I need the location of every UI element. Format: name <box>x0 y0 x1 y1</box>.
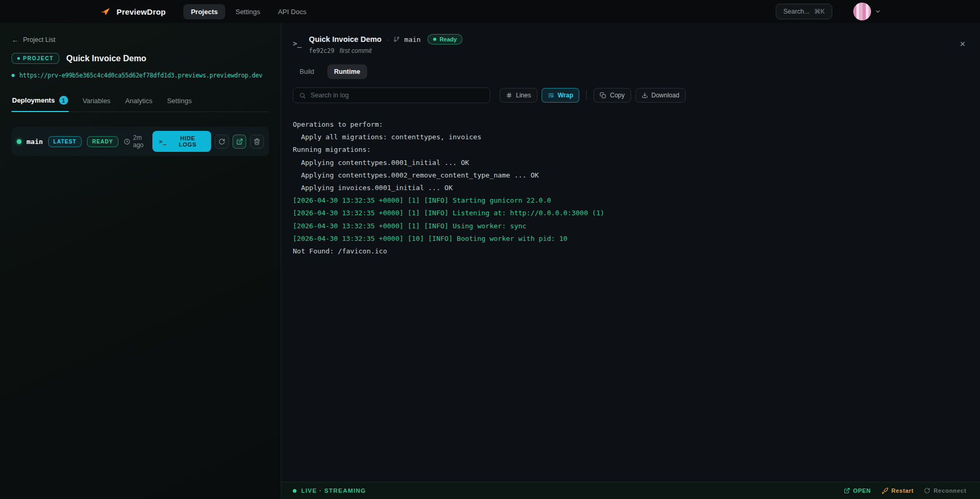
preview-url-row[interactable]: https://prv-e99b5e365c4c4d0ca55d62ef78df… <box>12 72 269 79</box>
logs-panel: >_ Quick Invoice Demo · main Ready <box>281 23 980 499</box>
log-line: Not Found: /favicon.ico <box>293 245 968 258</box>
copy-logs-button[interactable]: Copy <box>593 88 631 103</box>
nav-item-settings[interactable]: Settings <box>228 4 268 19</box>
live-dot <box>293 489 296 493</box>
log-search-box <box>293 87 490 103</box>
live-label: LIVE · STREAMING <box>301 487 366 494</box>
delete-deployment-button[interactable] <box>250 135 264 149</box>
preview-url-link[interactable]: https://prv-e99b5e365c4c4d0ca55d62ef78df… <box>19 72 262 79</box>
brand-name: PreviewDrop <box>117 7 166 16</box>
search-icon <box>299 92 306 99</box>
restart-button[interactable]: Restart <box>882 487 914 494</box>
sidebar-tabs: Deployments 1 Variables Analytics Settin… <box>12 92 269 112</box>
main-nav: Projects Settings API Docs <box>183 4 316 19</box>
project-title: Quick Invoice Demo <box>66 54 146 63</box>
global-search-label: Search... <box>783 8 809 15</box>
log-line: Applying contenttypes.0001_initial ... O… <box>293 157 968 169</box>
redeploy-button[interactable] <box>215 135 229 149</box>
copy-icon <box>600 92 606 98</box>
search-shortcut-hint: ⌘K <box>814 8 824 15</box>
close-icon: × <box>960 39 965 49</box>
nav-item-projects[interactable]: Projects <box>183 4 225 19</box>
close-panel-button[interactable]: × <box>960 39 965 49</box>
commit-row: fe92c29 first commit <box>309 47 463 54</box>
latest-badge: LATEST <box>48 136 82 147</box>
tab-runtime[interactable]: Runtime <box>327 64 367 79</box>
project-header: PROJECT Quick Invoice Demo <box>12 53 269 64</box>
status-label: Ready <box>439 36 457 42</box>
panel-title-row: Quick Invoice Demo · main Ready <box>309 34 463 45</box>
trash-icon <box>254 138 260 145</box>
tab-settings[interactable]: Settings <box>167 92 192 112</box>
tab-variables[interactable]: Variables <box>82 92 111 112</box>
app-root: PreviewDrop Projects Settings API Docs S… <box>0 0 980 499</box>
deployment-time: 2m ago <box>124 134 152 149</box>
top-nav-inner: PreviewDrop Projects Settings API Docs S… <box>100 3 881 20</box>
logs-panel-header: >_ Quick Invoice Demo · main Ready <box>281 23 980 61</box>
hide-logs-button[interactable]: >_ HIDE LOGS <box>152 131 212 152</box>
refresh-icon <box>924 487 930 494</box>
lines-label: Lines <box>516 92 531 99</box>
log-line: Applying contenttypes.0002_remove_conten… <box>293 169 968 182</box>
project-badge-dot <box>17 57 20 60</box>
toggle-lines-button[interactable]: Lines <box>500 88 537 103</box>
toggle-wrap-button[interactable]: Wrap <box>542 88 580 103</box>
live-indicator: LIVE · STREAMING <box>293 487 366 494</box>
tab-deployments[interactable]: Deployments 1 <box>12 92 69 112</box>
tab-deployments-label: Deployments <box>12 96 55 104</box>
deployment-branch: main <box>27 138 43 146</box>
rocket-icon <box>882 487 888 494</box>
reconnect-button[interactable]: Reconnect <box>924 487 966 494</box>
panel-branch: main <box>404 36 421 43</box>
deployment-actions: >_ HIDE LOGS <box>152 131 264 152</box>
panel-status-badge: Ready <box>427 34 463 45</box>
log-line: Running migrations: <box>293 143 968 156</box>
open-preview-button[interactable] <box>233 135 247 149</box>
log-toolbar: Lines Wrap Copy <box>281 84 980 110</box>
project-badge-label: PROJECT <box>23 56 53 61</box>
open-deployment-button[interactable]: OPEN <box>844 487 871 494</box>
top-nav: PreviewDrop Projects Settings API Docs S… <box>0 0 980 23</box>
hash-icon <box>506 92 512 98</box>
commit-hash: fe92c29 <box>309 47 334 54</box>
back-to-project-list[interactable]: ← Project List <box>12 36 269 44</box>
back-label: Project List <box>23 36 56 43</box>
terminal-icon: >_ <box>293 39 302 48</box>
log-status-bar: LIVE · STREAMING OPEN Restart <box>281 482 980 499</box>
project-type-badge: PROJECT <box>12 53 59 64</box>
external-link-icon <box>844 487 850 494</box>
hide-logs-label: HIDE LOGS <box>171 135 204 148</box>
ready-badge: READY <box>87 136 118 147</box>
global-search-button[interactable]: Search... ⌘K <box>776 4 832 19</box>
log-search-input[interactable] <box>311 92 484 99</box>
tab-build[interactable]: Build <box>293 64 321 79</box>
copy-label: Copy <box>610 92 624 99</box>
log-lines[interactable]: Operations to perform: Apply all migrati… <box>281 110 980 482</box>
log-line: [2026-04-30 13:32:35 +0000] [1] [INFO] L… <box>293 207 968 219</box>
top-nav-right: Search... ⌘K <box>776 3 880 20</box>
url-status-dot <box>12 74 15 77</box>
deployment-status-dot <box>17 139 21 144</box>
project-sidebar: ← Project List PROJECT Quick Invoice Dem… <box>0 23 281 499</box>
toolbar-divider <box>586 91 587 100</box>
wrap-label: Wrap <box>558 92 574 99</box>
nav-item-api-docs[interactable]: API Docs <box>271 4 314 19</box>
log-line: [2026-04-30 13:32:35 +0000] [10] [INFO] … <box>293 232 968 245</box>
deployments-count-badge: 1 <box>59 96 68 105</box>
user-menu[interactable] <box>853 3 881 20</box>
log-line: Apply all migrations: contenttypes, invo… <box>293 131 968 143</box>
avatar[interactable] <box>853 3 871 20</box>
git-branch-icon <box>393 36 400 42</box>
download-logs-button[interactable]: Download <box>635 88 686 103</box>
restart-label: Restart <box>891 487 914 494</box>
tab-analytics[interactable]: Analytics <box>125 92 153 112</box>
refresh-icon <box>218 138 225 145</box>
clock-icon <box>124 138 130 145</box>
chevron-down-icon <box>875 8 881 15</box>
deployment-info: main LATEST READY 2m ago <box>17 134 152 149</box>
terminal-prompt-icon: >_ <box>159 138 167 145</box>
content-area: ← Project List PROJECT Quick Invoice Dem… <box>0 23 980 499</box>
open-label: OPEN <box>853 487 871 494</box>
status-dot <box>433 38 436 41</box>
back-arrow-icon: ← <box>12 36 19 44</box>
